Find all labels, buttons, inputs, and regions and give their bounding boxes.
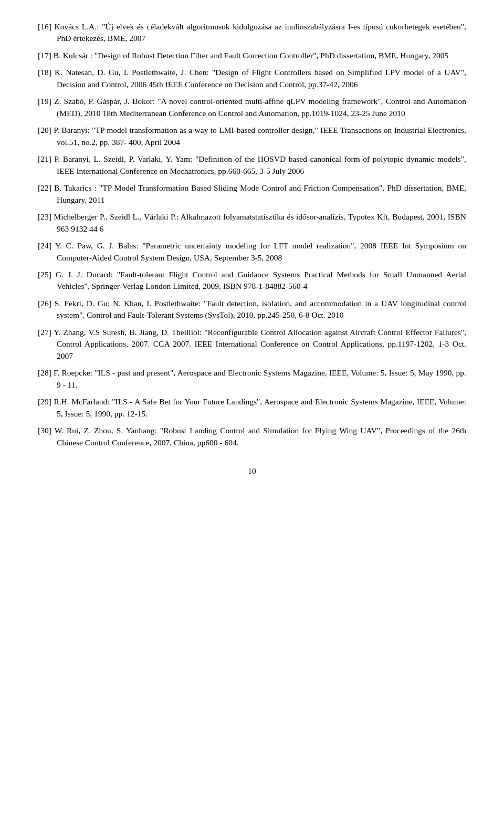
ref-item: [30] W. Rui, Z. Zhou, S. Yanhang: "Robus…	[38, 425, 466, 449]
ref-item: [23] Michelberger P., Szeidl L., Várlaki…	[38, 211, 466, 235]
ref-item: [17] B. Kulcsár : "Design of Robust Dete…	[38, 50, 466, 61]
ref-item: [22] B. Takarics : "TP Model Transformat…	[38, 182, 466, 206]
ref-item: [20] P. Baranyi: "TP model transformatio…	[38, 124, 466, 148]
references-section: [16] Kovács L.A.: "Új elvek és céladekvá…	[38, 21, 466, 449]
ref-item: [28] F. Roepcke: "ILS - past and present…	[38, 367, 466, 391]
ref-item: [27] Y. Zhang, V.S Suresh, B. Jiang, D. …	[38, 327, 466, 362]
ref-item: [19] Z. Szabó, P. Gáspár, J. Bokor: "A n…	[38, 96, 466, 119]
ref-item: [29] R.H. McFarland: "ILS - A Safe Bet f…	[38, 396, 466, 420]
ref-item: [25] G. J. J. Ducard: "Fault-tolerant Fl…	[38, 269, 466, 293]
ref-item: [26] S. Fekri, D. Gu; N. Khan, I. Postle…	[38, 298, 466, 321]
ref-item: [21] P. Baranyi, L. Szeidl, P. Varlaki, …	[38, 153, 466, 177]
page-number: 10	[38, 465, 466, 477]
ref-item: [24] Y. C. Paw, G. J. Balas: "Parametric…	[38, 240, 466, 264]
ref-item: [18] K. Natesan, D. Gu, I. Postlethwaite…	[38, 67, 466, 90]
ref-item: [16] Kovács L.A.: "Új elvek és céladekvá…	[38, 21, 466, 45]
